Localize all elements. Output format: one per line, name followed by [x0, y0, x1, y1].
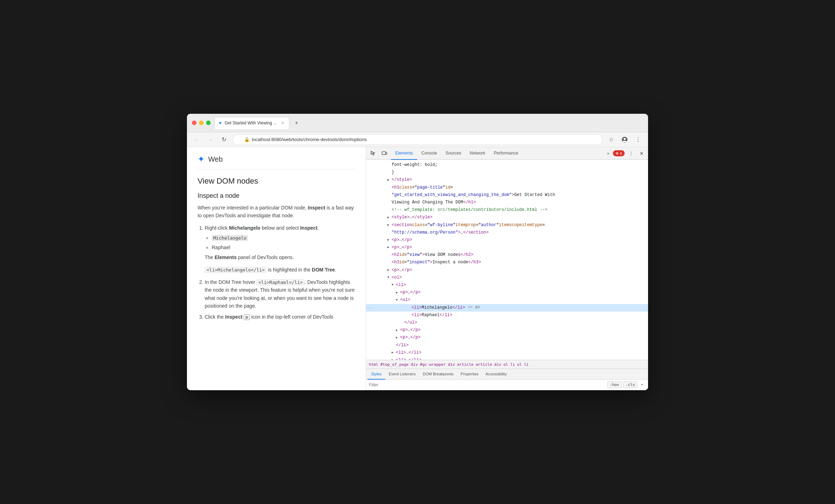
breadcrumb-div1[interactable]: div — [411, 362, 418, 367]
inspect-element-button[interactable] — [368, 149, 378, 158]
dom-line: <section class="wf-byline" itemprop="aut… — [366, 222, 648, 229]
breadcrumb-ol[interactable]: ol — [503, 362, 508, 367]
cls-filter-button[interactable]: .cls — [623, 381, 638, 388]
forward-button[interactable]: → — [205, 135, 215, 145]
back-button[interactable]: ← — [192, 135, 202, 145]
dom-arrow[interactable] — [387, 237, 392, 242]
tab-elements[interactable]: Elements — [391, 147, 417, 160]
dom-line: <p> … </p> — [366, 236, 648, 244]
page-content: ✦ Web View DOM nodes Inspect a node When… — [187, 147, 366, 390]
more-tabs-button[interactable]: » — [605, 151, 612, 156]
devtools-menu-button[interactable]: ⋮ — [626, 149, 636, 158]
tab-performance[interactable]: Performance — [490, 147, 522, 160]
breadcrumb-article2[interactable]: article — [476, 362, 492, 367]
list-item-3: Click the Inspect ⊞ icon in the top-left… — [205, 313, 355, 321]
dom-line: <li> Raphael </li> — [366, 312, 648, 319]
panel-tab-event-listeners[interactable]: Event Listeners — [385, 369, 419, 380]
close-window-button[interactable] — [192, 121, 197, 125]
refresh-button[interactable]: ↻ — [219, 135, 229, 145]
dom-line: "http://schema.org/Person"> … </section> — [366, 229, 648, 236]
dom-line: } — [366, 169, 648, 176]
section-heading-view: View DOM nodes — [198, 177, 355, 186]
minimize-window-button[interactable] — [199, 121, 204, 125]
address-input[interactable]: 🔒 localhost:8080/web/tools/chrome-devtoo… — [232, 134, 603, 145]
browser-tab[interactable]: ✦ Get Started With Viewing And × — [214, 117, 289, 129]
breadcrumb-li2[interactable]: li — [524, 362, 529, 367]
dom-line: </ul> — [366, 319, 648, 326]
inspect-icon: ⊞ — [244, 314, 250, 320]
hov-filter-button[interactable]: :hov — [607, 381, 622, 388]
dom-text: } — [392, 169, 394, 176]
breadcrumb-html[interactable]: html — [369, 362, 378, 367]
dom-line: <p> … </p> — [366, 326, 648, 334]
tab-title: Get Started With Viewing And — [225, 121, 278, 125]
dom-arrow[interactable] — [396, 335, 400, 340]
tab-network[interactable]: Network — [465, 147, 490, 160]
url-text: localhost:8080/web/tools/chrome-devtools… — [252, 137, 367, 142]
dom-arrow[interactable] — [387, 223, 392, 228]
panel-tab-dom-breakpoints[interactable]: DOM Breakpoints — [419, 369, 457, 380]
panel-tab-styles[interactable]: Styles — [367, 369, 385, 380]
filter-bar: :hov .cls + — [366, 380, 648, 390]
tab-sources[interactable]: Sources — [441, 147, 465, 160]
dom-line: <style> … </style> — [366, 214, 648, 221]
michelangelo-highlighted: Michelangelo — [212, 235, 248, 241]
address-bar: ← → ↻ 🔒 localhost:8080/web/tools/chrome-… — [187, 132, 648, 147]
dom-arrow[interactable] — [387, 215, 392, 220]
device-toolbar-button[interactable] — [380, 149, 389, 158]
browser-menu-button[interactable]: ⋮ — [633, 135, 643, 145]
account-button[interactable] — [620, 135, 630, 145]
dom-line: <!-- wf_template: src/templates/contribu… — [366, 206, 648, 214]
main-area: ✦ Web View DOM nodes Inspect a node When… — [187, 147, 648, 390]
filter-input[interactable] — [369, 382, 604, 387]
devtools-panel: Elements Console Sources Network Perform… — [366, 147, 648, 390]
dom-arrow[interactable] — [396, 290, 400, 295]
breadcrumb-top[interactable]: #top_of_page — [381, 362, 409, 367]
dom-arrow[interactable] — [387, 275, 392, 280]
devtools-close-button[interactable]: ✕ — [637, 149, 646, 158]
page-logo-bar: ✦ Web — [198, 154, 355, 169]
breadcrumb-div3[interactable]: div — [494, 362, 501, 367]
breadcrumb-div2[interactable]: div — [448, 362, 455, 367]
dom-line: <li> … </li> — [366, 349, 648, 357]
dom-line: </li> — [366, 342, 648, 349]
breadcrumb-ul[interactable]: ul — [517, 362, 522, 367]
site-name: Web — [208, 155, 223, 163]
dom-tree: font-weight: bold; } </style> <h1 class=… — [366, 160, 648, 360]
panel-tab-accessibility[interactable]: Accessibility — [482, 369, 510, 380]
dom-line: <li> — [366, 281, 648, 289]
dom-arrow[interactable] — [387, 268, 392, 273]
new-tab-button[interactable]: + — [292, 118, 302, 128]
dom-line: <h2 id="view"> View DOM nodes </h2> — [366, 251, 648, 259]
dom-arrow[interactable] — [392, 282, 396, 287]
lock-icon: 🔒 — [244, 137, 250, 142]
add-style-rule-button[interactable]: + — [639, 381, 645, 388]
dom-arrow[interactable] — [396, 298, 400, 303]
dom-line-highlighted[interactable]: … <li> Michelangelo </li> == $0 — [366, 304, 648, 312]
dom-line: <p> … </p> — [366, 267, 648, 274]
maximize-window-button[interactable] — [206, 121, 211, 125]
list-item-1: Right-click Michelangelo below and selec… — [205, 224, 355, 274]
dom-arrow[interactable] — [396, 328, 400, 333]
dom-text: font-weight: bold; — [392, 162, 438, 168]
panel-tabs: Styles Event Listeners DOM Breakpoints P… — [366, 369, 648, 380]
breadcrumb-li1[interactable]: li — [510, 362, 515, 367]
dom-arrow[interactable] — [392, 350, 396, 355]
title-bar: ✦ Get Started With Viewing And × + — [187, 114, 648, 132]
dom-arrow[interactable] — [387, 178, 392, 183]
tab-favicon-icon: ✦ — [218, 120, 222, 126]
bookmark-button[interactable]: ☆ — [606, 135, 616, 145]
error-count: 6 — [620, 151, 622, 156]
breadcrumb-article1[interactable]: article — [457, 362, 474, 367]
svg-rect-3 — [386, 152, 387, 155]
dom-line: <h1 class="page-title" id= — [366, 184, 648, 191]
panel-tab-properties[interactable]: Properties — [457, 369, 482, 380]
error-badge: ⊗ 6 — [613, 150, 625, 156]
breadcrumb-gc-wrapper[interactable]: #gc-wrapper — [420, 362, 446, 367]
raphael-code: <li>Raphael</li> — [256, 279, 304, 285]
tab-close-button[interactable]: × — [280, 120, 286, 126]
tab-console[interactable]: Console — [417, 147, 441, 160]
dom-arrow[interactable] — [387, 245, 392, 250]
dom-line: <ul> — [366, 296, 648, 304]
dom-line: font-weight: bold; — [366, 161, 648, 169]
